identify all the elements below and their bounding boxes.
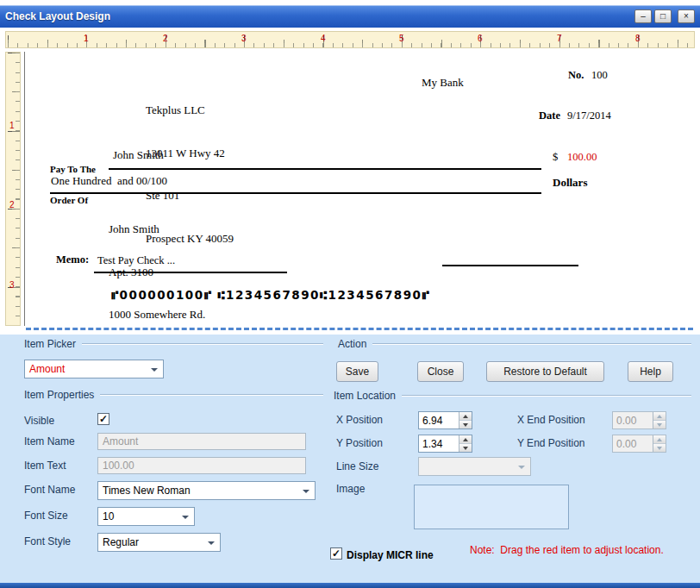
section-divider-line [100, 394, 323, 396]
item-picker-dropdown[interactable]: Amount [24, 360, 164, 378]
memo-value[interactable]: Test Pay Check ... [97, 254, 175, 267]
spin-down-button[interactable] [459, 443, 472, 452]
memo-label[interactable]: Memo: [56, 253, 89, 266]
ruler-mark-v1: 1 [9, 121, 15, 130]
dollars-label[interactable]: Dollars [553, 176, 587, 190]
ruler-mark-v3: 3 [9, 280, 15, 290]
action-section-header: Action [338, 338, 691, 350]
image-label: Image [336, 483, 365, 495]
y-end-position-label: Y End Position [517, 437, 585, 449]
minimize-icon: – [641, 11, 646, 21]
pay-to-line-1[interactable]: Pay To The [50, 164, 96, 174]
micr-line[interactable]: ⑈000000100⑈ ⑆1234567890⑆1234567890⑈ [111, 288, 430, 302]
pay-to-line-2[interactable]: Order Of [50, 195, 96, 205]
line-size-dropdown [418, 457, 531, 476]
ruler-mark-v2: 2 [9, 200, 15, 210]
properties-panel: Item Picker Action Amount Save Close Res… [0, 335, 700, 583]
date-value[interactable]: 9/17/2014 [567, 109, 611, 122]
ruler-mark-h4: 4 [321, 34, 326, 43]
payee-underline[interactable] [109, 168, 541, 170]
item-name-field: Amount [97, 433, 306, 450]
arrow-up-icon [657, 415, 662, 418]
window-controls: – □ × [634, 9, 695, 23]
chevron-down-icon [518, 466, 525, 469]
x-end-position-label: X End Position [517, 414, 585, 426]
font-name-dropdown[interactable]: Times New Roman [97, 481, 316, 500]
checkmark-icon: ✓ [332, 547, 341, 560]
item-location-section-label: Item Location [334, 390, 396, 402]
chevron-down-icon [182, 516, 189, 519]
x-end-position-value: 0.00 [613, 412, 653, 428]
save-button[interactable]: Save [336, 361, 378, 382]
y-position-spinner[interactable]: 1.34 [418, 435, 472, 453]
section-divider-line [82, 343, 323, 345]
check-preview-canvas: Tekplus LLC 13011 W Hwy 42 Ste 101 Prosp… [24, 52, 693, 326]
font-style-selected-value: Regular [103, 536, 139, 548]
font-style-dropdown[interactable]: Regular [97, 533, 221, 552]
drag-note-text: Note: Drag the red item to adjust locati… [470, 544, 664, 556]
arrow-down-icon [463, 423, 468, 427]
line-size-label: Line Size [336, 460, 378, 472]
dollar-sign[interactable]: $ [553, 151, 558, 164]
spinner-buttons [653, 435, 666, 452]
check-number-label[interactable]: No. [568, 69, 584, 82]
font-size-dropdown[interactable]: 10 [97, 507, 195, 526]
close-action-button[interactable]: Close [417, 361, 464, 382]
signature-line[interactable] [442, 265, 578, 266]
spin-down-button [653, 443, 666, 452]
payee-address-line-3[interactable]: 1000 Somewhere Rd. [109, 308, 205, 322]
arrow-up-icon [657, 438, 662, 441]
display-micr-line-checkbox[interactable]: ✓ [330, 547, 342, 560]
company-line-1[interactable]: Tekplus LLC [146, 103, 234, 118]
x-end-position-spinner: 0.00 [612, 411, 666, 429]
spin-up-button [653, 412, 666, 420]
window-bottom-border [0, 583, 700, 588]
font-size-selected-value: 10 [103, 510, 114, 522]
item-location-section-header: Item Location [334, 390, 691, 402]
ruler-mark-h2: 2 [163, 34, 168, 43]
chevron-down-icon [208, 541, 215, 545]
memo-underline[interactable] [94, 272, 287, 273]
font-size-label: Font Size [24, 510, 68, 522]
arrow-down-icon [657, 423, 662, 427]
ruler-mark-h8: 8 [635, 34, 641, 43]
spin-up-button[interactable] [459, 435, 472, 443]
amount-value[interactable]: 100.00 [567, 151, 597, 164]
payee-address-line-1[interactable]: John Smith [109, 222, 205, 237]
font-name-selected-value: Times New Roman [103, 485, 191, 497]
y-end-position-value: 0.00 [613, 435, 653, 452]
close-icon: × [684, 11, 689, 21]
spin-up-button [653, 435, 666, 443]
x-position-spinner[interactable]: 6.94 [418, 411, 472, 429]
check-number-value[interactable]: 100 [591, 69, 608, 82]
amount-in-words[interactable]: One Hundred and 00/100 [51, 174, 167, 188]
arrow-up-icon [463, 438, 468, 441]
bank-name[interactable]: My Bank [422, 76, 464, 90]
help-button[interactable]: Help [628, 361, 673, 382]
close-button[interactable]: × [678, 9, 695, 23]
ruler-mark-h6: 6 [478, 34, 483, 43]
x-position-value: 6.94 [419, 412, 459, 428]
restore-to-default-button[interactable]: Restore to Default [486, 361, 604, 382]
payee-name[interactable]: John Smith [113, 148, 164, 162]
minimize-button[interactable]: – [634, 9, 652, 23]
ruler-mark-h1: 1 [84, 34, 89, 43]
visible-checkbox[interactable]: ✓ [97, 413, 109, 425]
item-text-label: Item Text [24, 460, 66, 472]
action-section-label: Action [338, 338, 366, 350]
spinner-buttons [459, 412, 472, 428]
vertical-ruler: 1 2 3 [5, 52, 21, 326]
spin-down-button[interactable] [459, 420, 472, 428]
item-picker-selected-value: Amount [29, 363, 65, 375]
chevron-down-icon [151, 368, 158, 372]
date-label[interactable]: Date [539, 109, 560, 122]
spinner-buttons [653, 412, 666, 428]
item-properties-section-header: Item Properties [24, 389, 323, 401]
spin-up-button[interactable] [459, 412, 472, 420]
arrow-down-icon [657, 447, 662, 450]
maximize-icon: □ [660, 11, 666, 21]
titlebar[interactable]: Check Layout Design – □ × [0, 5, 700, 28]
maximize-button[interactable]: □ [654, 9, 672, 23]
visible-label: Visible [24, 415, 54, 427]
y-end-position-spinner: 0.00 [612, 435, 666, 453]
